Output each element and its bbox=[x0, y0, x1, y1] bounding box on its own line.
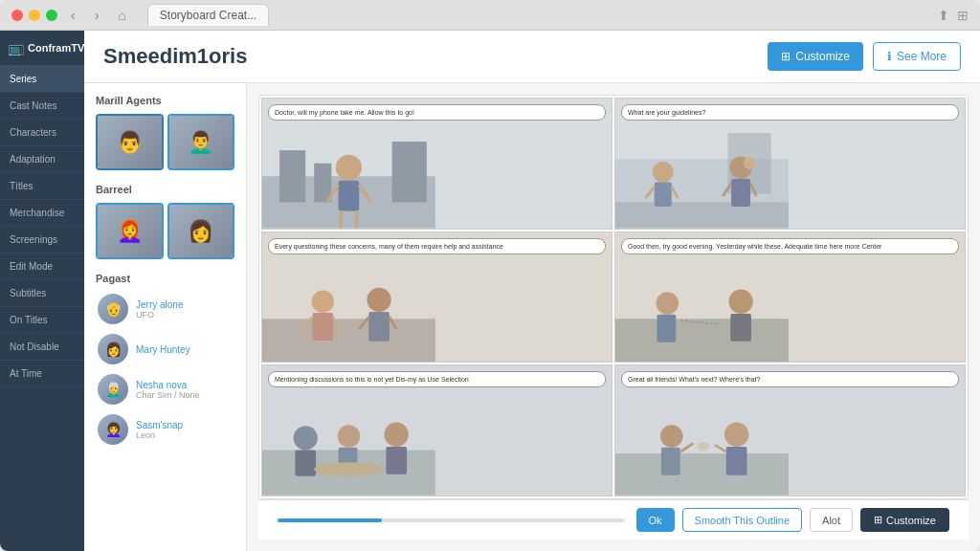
panel3-figures bbox=[262, 258, 435, 363]
comic-panel-2: What are your guidelines? bbox=[614, 98, 966, 230]
person-item-nesha[interactable]: 👨‍🦳 Nesha nova Char Sim / None bbox=[96, 372, 234, 407]
customize-icon: ⊞ bbox=[781, 50, 791, 63]
share-icon[interactable]: ⬆ bbox=[938, 8, 949, 23]
barreel-avatar-2: 👩 bbox=[169, 205, 234, 257]
panel6-figures bbox=[615, 391, 789, 496]
person-item-jerry[interactable]: 👴 Jerry alone UFO bbox=[96, 292, 234, 326]
main-content: Smeedim1oris ⊞ Customize ℹ See More bbox=[84, 31, 980, 551]
sidebar-nav: Series Cast Notes Characters Adaptation … bbox=[0, 66, 84, 551]
person-info-nesha: Nesha nova Char Sim / None bbox=[136, 380, 233, 400]
person-name-nesha: Nesha nova bbox=[136, 380, 233, 390]
panel6-speech: Great all friends! What's next? Where's … bbox=[621, 371, 959, 387]
person-role-jerry: UFO bbox=[136, 310, 233, 320]
svg-rect-35 bbox=[730, 314, 751, 342]
panel2-speech: What are your guidelines? bbox=[621, 104, 959, 121]
titlebar: ‹ › ⌂ Storyboard Creat... ⬆ ⊞ bbox=[0, 0, 980, 31]
svg-rect-43 bbox=[386, 447, 407, 474]
progress-bar-wrap bbox=[278, 518, 625, 522]
svg-rect-3 bbox=[392, 142, 427, 202]
forward-button[interactable]: › bbox=[89, 6, 105, 25]
progress-bar-fill bbox=[278, 518, 382, 522]
sidebar-logo: 📺 ConframTV bbox=[0, 31, 84, 66]
person-avatar-sasm: 👩‍🦱 bbox=[98, 414, 128, 445]
person-role-sasm: Leon bbox=[136, 430, 233, 440]
header-buttons: ⊞ Customize ℹ See More bbox=[768, 42, 961, 71]
person-name-sasm: Sasm'snap bbox=[136, 420, 233, 430]
person-avatar-jerry: 👴 bbox=[98, 294, 128, 324]
barreel-grid: 👩‍🦰 👩 bbox=[96, 203, 234, 259]
person-avatar-mary: 👩 bbox=[98, 334, 128, 364]
panel1-speech: Doctor, will my phone take me. Allow thi… bbox=[268, 104, 606, 121]
sidebar-item-adaptation[interactable]: Adaptation bbox=[0, 146, 84, 173]
main-header: Smeedim1oris ⊞ Customize ℹ See More bbox=[84, 31, 980, 83]
logo-icon: 📺 bbox=[8, 40, 24, 55]
svg-rect-50 bbox=[726, 447, 747, 475]
sidebar-item-series[interactable]: Series bbox=[0, 66, 84, 93]
pagast-title: Pagast bbox=[96, 273, 234, 284]
comic-panel-4: Good then, try good evening. Yesterday w… bbox=[614, 231, 966, 364]
sidebar-item-on-titles[interactable]: On Titles bbox=[0, 307, 84, 334]
svg-rect-22 bbox=[262, 319, 435, 362]
sidebar-item-cast-notes[interactable]: Cast Notes bbox=[0, 93, 84, 120]
svg-rect-39 bbox=[295, 451, 316, 476]
titlebar-icons: ⬆ ⊞ bbox=[938, 8, 969, 23]
home-button[interactable]: ⌂ bbox=[112, 6, 131, 25]
people-list: 👴 Jerry alone UFO 👩 Mary Huntey bbox=[96, 292, 234, 447]
agent-card-1[interactable]: 👨 bbox=[96, 114, 164, 170]
smooth-button[interactable]: Smooth This Outline bbox=[682, 508, 802, 532]
agent-avatar-2: 👨‍🦱 bbox=[169, 116, 234, 168]
comic-container: Doctor, will my phone take me. Allow thi… bbox=[258, 95, 969, 499]
customize-button[interactable]: ⊞ Customize bbox=[768, 42, 863, 71]
sidebar-item-at-time[interactable]: At Time bbox=[0, 361, 84, 387]
person-item-mary[interactable]: 👩 Mary Huntey bbox=[96, 332, 234, 366]
svg-point-4 bbox=[336, 155, 362, 181]
tab-label: Storyboard Creat... bbox=[160, 9, 256, 22]
ok-button[interactable]: Ok bbox=[636, 508, 675, 532]
svg-point-52 bbox=[698, 443, 710, 452]
sidebar-item-titles[interactable]: Títles bbox=[0, 173, 84, 200]
info-icon: ℹ bbox=[887, 50, 892, 63]
person-item-sasm[interactable]: 👩‍🦱 Sasm'snap Leon bbox=[96, 412, 234, 447]
sidebar-item-screenings[interactable]: Screenings bbox=[0, 227, 84, 253]
panel4-figures bbox=[615, 258, 789, 363]
comic-panel-1: Doctor, will my phone take me. Allow thi… bbox=[261, 98, 612, 230]
sidebar-item-merchandise[interactable]: Merchandise bbox=[0, 200, 84, 227]
sidebar-item-not-disable[interactable]: Not Disable bbox=[0, 334, 84, 361]
svg-point-49 bbox=[724, 423, 748, 447]
sidebar-item-subtitles[interactable]: Subtitles bbox=[0, 280, 84, 307]
sidebar: 📺 ConframTV Series Cast Notes Characters… bbox=[0, 31, 84, 551]
sidebar-item-edit-mode[interactable]: Edit Mode bbox=[0, 253, 84, 280]
app-window: ‹ › ⌂ Storyboard Creat... ⬆ ⊞ 📺 ConframT… bbox=[0, 0, 980, 551]
back-button[interactable]: ‹ bbox=[65, 6, 81, 25]
pagast-section: Pagast 👴 Jerry alone UFO 👩 bbox=[96, 273, 234, 447]
app-layout: 📺 ConframTV Series Cast Notes Characters… bbox=[0, 31, 980, 551]
svg-point-42 bbox=[385, 423, 409, 447]
bottom-customize-button[interactable]: ⊞ Customize bbox=[860, 508, 949, 532]
svg-rect-14 bbox=[655, 183, 672, 207]
center-panel: Doctor, will my phone take me. Allow thi… bbox=[247, 83, 980, 551]
person-name-mary: Mary Huntey bbox=[136, 344, 233, 355]
person-info-sasm: Sasm'snap Leon bbox=[136, 420, 233, 440]
person-role-nesha: Char Sim / None bbox=[136, 390, 233, 400]
sidebar-item-characters[interactable]: Characters bbox=[0, 120, 84, 146]
see-more-button[interactable]: ℹ See More bbox=[873, 42, 961, 71]
svg-line-48 bbox=[680, 444, 694, 452]
browser-tab[interactable]: Storyboard Creat... bbox=[147, 4, 269, 26]
grid-icon[interactable]: ⊞ bbox=[957, 8, 969, 23]
close-button[interactable] bbox=[11, 10, 23, 21]
traffic-lights bbox=[11, 10, 57, 21]
barreel-avatar-1: 👩‍🦰 bbox=[98, 205, 162, 257]
person-info-mary: Mary Huntey bbox=[136, 344, 233, 355]
comic-panel-5: Mentioning discussions so this is not ye… bbox=[261, 364, 612, 496]
panel2-figures bbox=[615, 124, 789, 229]
barreel-card-1[interactable]: 👩‍🦰 bbox=[96, 203, 164, 259]
alot-button[interactable]: Alot bbox=[810, 508, 853, 532]
agent-card-2[interactable]: 👨‍🦱 bbox=[167, 114, 235, 170]
maximize-button[interactable] bbox=[46, 10, 57, 21]
comic-panel-6: Great all friends! What's next? Where's … bbox=[614, 364, 966, 496]
panel5-speech: Mentioning discussions so this is not ye… bbox=[268, 371, 606, 387]
svg-rect-5 bbox=[339, 181, 360, 211]
main-agents-section: Marill Agents 👨 👨‍🦱 bbox=[96, 95, 234, 170]
barreel-card-2[interactable]: 👩 bbox=[167, 203, 235, 259]
minimize-button[interactable] bbox=[29, 10, 40, 21]
